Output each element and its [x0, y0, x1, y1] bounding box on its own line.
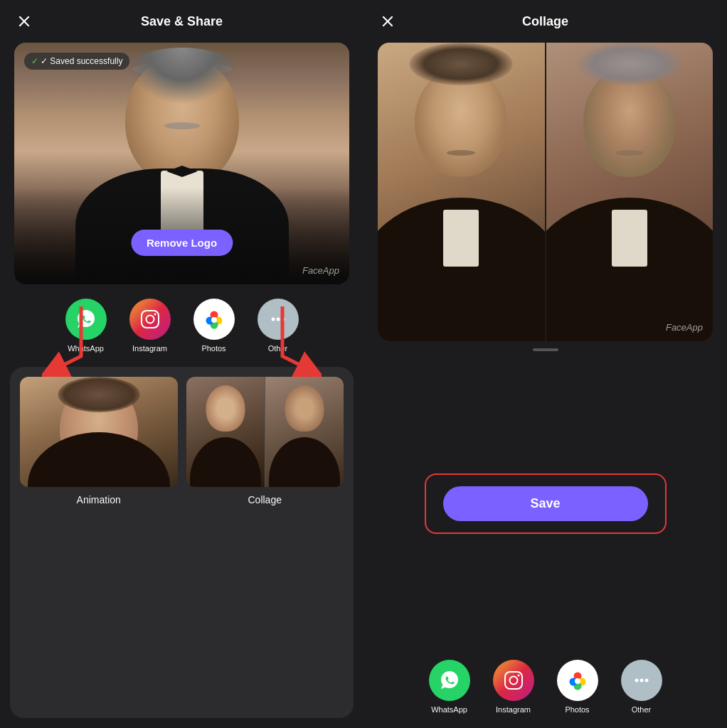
other-label-left: Other	[268, 344, 288, 353]
right-watermark: FaceApp	[666, 322, 703, 333]
right-share-row: WhatsApp Instagram	[364, 648, 727, 728]
collage-preview	[186, 377, 344, 487]
collage-left-photo	[378, 43, 546, 341]
collage-label-bottom: Collage	[248, 494, 282, 505]
share-photos-right[interactable]: Photos	[557, 660, 598, 714]
svg-point-3	[146, 316, 154, 323]
left-watermark: FaceApp	[302, 265, 339, 276]
instagram-label-left: Instagram	[132, 344, 167, 353]
instagram-icon-left	[129, 299, 171, 340]
svg-rect-2	[142, 311, 159, 328]
share-other-right[interactable]: Other	[621, 660, 662, 714]
left-share-row: WhatsApp Instagram	[0, 284, 364, 361]
bottom-thumbnails: Animation Collage	[10, 367, 354, 718]
share-instagram-right[interactable]: Instagram	[493, 660, 534, 714]
whatsapp-label-right: WhatsApp	[431, 705, 467, 714]
share-other-left[interactable]: Other	[258, 299, 299, 353]
save-button-container: Save	[425, 473, 667, 534]
svg-point-27	[644, 679, 648, 682]
photos-icon-right	[557, 660, 598, 701]
saved-badge: ✓ ✓ Saved successfully	[24, 53, 129, 70]
other-icon-left	[258, 299, 299, 340]
collage-thumbnail[interactable]: Collage	[186, 377, 344, 708]
svg-point-9	[211, 317, 217, 323]
svg-point-12	[281, 318, 285, 321]
scroll-dot	[533, 348, 558, 351]
svg-rect-17	[505, 672, 522, 689]
svg-point-10	[271, 318, 275, 321]
svg-point-25	[635, 679, 638, 682]
left-panel: Save & Share ✓ ✓ Saved successfully	[0, 0, 364, 728]
photos-label-left: Photos	[201, 344, 225, 353]
share-whatsapp-right[interactable]: WhatsApp	[429, 660, 470, 714]
right-panel: Collage FaceApp Save	[364, 0, 727, 728]
share-instagram-left[interactable]: Instagram	[129, 299, 171, 353]
other-label-right: Other	[632, 705, 652, 714]
whatsapp-label-left: WhatsApp	[68, 344, 104, 353]
main-image-container: ✓ ✓ Saved successfully FaceApp Remove Lo…	[14, 43, 349, 284]
animation-label: Animation	[77, 494, 121, 505]
svg-point-18	[509, 677, 517, 685]
save-section: Save	[364, 358, 727, 648]
svg-point-11	[276, 318, 280, 321]
svg-point-19	[517, 675, 519, 677]
animation-thumbnail[interactable]: Animation	[20, 377, 178, 708]
animation-preview	[20, 377, 178, 487]
share-whatsapp[interactable]: WhatsApp	[65, 299, 107, 353]
left-close-button[interactable]	[14, 11, 34, 31]
collage-right-photo	[546, 43, 713, 341]
collage-image-area: FaceApp	[378, 43, 713, 341]
whatsapp-icon-left	[65, 299, 107, 340]
instagram-label-right: Instagram	[496, 705, 531, 714]
save-button[interactable]: Save	[443, 486, 648, 521]
remove-logo-button[interactable]: Remove Logo	[131, 230, 233, 256]
scroll-indicator	[364, 341, 727, 358]
share-photos-left[interactable]: Photos	[193, 299, 235, 353]
instagram-icon-right	[493, 660, 534, 701]
check-icon: ✓	[31, 56, 38, 66]
other-icon-right	[621, 660, 662, 701]
svg-point-24	[575, 678, 580, 684]
svg-point-4	[154, 314, 156, 316]
right-header: Collage	[364, 0, 727, 43]
right-close-button[interactable]	[378, 11, 398, 31]
left-header: Save & Share	[0, 0, 364, 43]
right-panel-title: Collage	[522, 14, 568, 29]
left-panel-title: Save & Share	[141, 14, 223, 29]
svg-point-26	[640, 679, 643, 682]
whatsapp-icon-right	[429, 660, 470, 701]
photos-icon-left	[193, 299, 235, 340]
photos-label-right: Photos	[565, 705, 589, 714]
